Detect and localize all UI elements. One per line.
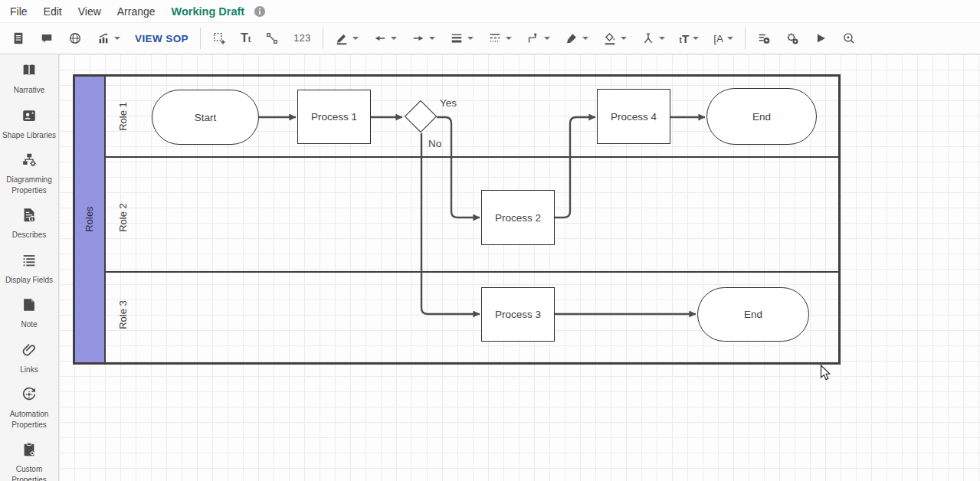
document-info-icon — [21, 207, 38, 227]
comment-icon[interactable] — [40, 31, 54, 45]
sidebar-item-label: Automation Properties — [2, 409, 57, 430]
sidebar-item-note[interactable]: Note — [2, 296, 57, 330]
node-process-4[interactable]: Process 4 — [597, 89, 670, 144]
sidebar-item-label: Note — [21, 319, 37, 330]
toolbar-group-run — [746, 23, 867, 54]
caret-down-icon — [467, 37, 474, 40]
font-family-icon[interactable]: [A — [713, 33, 733, 44]
caret-down-icon — [621, 37, 627, 40]
caret-down-icon — [114, 37, 120, 40]
lane-label-role-1[interactable]: Role 1 — [117, 102, 129, 131]
node-end-role1[interactable]: End — [706, 88, 817, 145]
sidebar-item-links[interactable]: Links — [2, 342, 57, 375]
sidebar-item-label: Narrative — [14, 85, 45, 96]
caret-down-icon — [506, 37, 512, 40]
sidebar-item-label: Diagramming Properties — [2, 175, 57, 195]
brush-icon[interactable] — [565, 31, 588, 45]
lane-divider[interactable] — [106, 271, 838, 273]
line-weight-icon[interactable] — [450, 31, 474, 45]
text-icon[interactable]: Tt — [241, 31, 251, 45]
mouse-cursor — [820, 365, 832, 384]
shape-card-icon — [21, 107, 38, 127]
lane-divider[interactable] — [106, 156, 838, 158]
toolbar-group-style: tT [A — [323, 23, 745, 54]
menu-view[interactable]: View — [78, 5, 101, 18]
node-process-3[interactable]: Process 3 — [481, 287, 555, 342]
caret-down-icon — [693, 37, 699, 40]
clipboard-gear-icon — [21, 441, 38, 461]
sidebar-item-narrative[interactable]: Narrative — [2, 62, 57, 96]
line-style-icon[interactable] — [488, 31, 512, 45]
sidebar-item-diagramming-properties[interactable]: Diagramming Properties — [2, 152, 57, 195]
sidebar-item-label: Custom Properties — [2, 464, 57, 481]
caret-down-icon — [391, 37, 397, 40]
lane-label-role-3[interactable]: Role 3 — [117, 300, 129, 329]
menu-edit[interactable]: Edit — [44, 5, 62, 18]
connector-icon[interactable] — [265, 31, 279, 45]
toolbar-group-document: VIEW SOP — [0, 23, 200, 54]
sidebar-item-describes[interactable]: Describes — [2, 207, 57, 240]
fill-color-icon[interactable] — [603, 31, 627, 45]
insights-chart-icon[interactable] — [97, 31, 120, 45]
multi-select-icon[interactable] — [212, 31, 226, 45]
arrow-start-icon[interactable] — [373, 31, 397, 45]
caret-down-icon — [429, 37, 435, 40]
menu-bar: File Edit View Arrange Working Draft — [0, 0, 980, 23]
document-icon[interactable] — [11, 31, 25, 45]
sidebar-item-label: Links — [20, 365, 38, 375]
node-process-2[interactable]: Process 2 — [481, 190, 555, 245]
waypoint-icon[interactable] — [641, 31, 665, 45]
sidebar-item-custom-properties[interactable]: Custom Properties — [2, 441, 57, 481]
sidebar-item-automation-properties[interactable]: Automation Properties — [2, 386, 57, 430]
run-settings-icon[interactable] — [785, 31, 799, 45]
list-icon — [21, 252, 38, 272]
font-size-icon[interactable]: tT — [680, 32, 700, 45]
info-icon[interactable] — [254, 5, 266, 18]
view-sop-button[interactable]: VIEW SOP — [135, 33, 188, 44]
zoom-icon[interactable] — [842, 31, 856, 45]
edge-label-no[interactable]: No — [428, 138, 441, 149]
paperclip-icon — [21, 342, 38, 362]
app-root: File Edit View Arrange Working Draft VIE… — [0, 0, 980, 481]
book-icon — [21, 62, 38, 82]
diagram-canvas[interactable]: Roles Role 1 Role 2 Role 3 Yes No — [59, 54, 980, 481]
run-list-icon[interactable] — [757, 31, 771, 45]
automation-gear-icon — [21, 386, 38, 406]
pool-title[interactable]: Roles — [84, 206, 95, 231]
note-icon — [21, 296, 38, 316]
sidebar-item-display-fields[interactable]: Display Fields — [2, 252, 57, 286]
menu-file[interactable]: File — [10, 5, 28, 18]
globe-icon[interactable] — [68, 31, 82, 45]
lane-label-role-2[interactable]: Role 2 — [117, 203, 129, 232]
caret-down-icon — [727, 37, 733, 40]
node-process-1[interactable]: Process 1 — [297, 90, 371, 144]
caret-down-icon — [352, 37, 359, 40]
left-sidebar: Narrative Shape Libraries Diagramming Pr… — [0, 54, 59, 481]
numbering-tool[interactable]: 123 — [293, 33, 310, 44]
sidebar-item-label: Shape Libraries — [2, 130, 56, 141]
connector-shape-icon[interactable] — [526, 31, 550, 45]
line-color-icon[interactable] — [335, 31, 359, 45]
flowchart-gear-icon — [21, 152, 38, 172]
caret-down-icon — [544, 37, 550, 40]
sidebar-item-label: Display Fields — [5, 275, 53, 286]
play-icon[interactable] — [814, 31, 828, 45]
toolbar-group-insert: Tt 123 — [201, 23, 323, 54]
node-start[interactable]: Start — [152, 90, 259, 145]
caret-down-icon — [582, 37, 588, 40]
node-end-role3[interactable]: End — [697, 287, 809, 342]
caret-down-icon — [659, 37, 665, 40]
working-draft-status[interactable]: Working Draft — [172, 5, 245, 18]
sidebar-item-label: Describes — [12, 230, 46, 240]
menu-arrange[interactable]: Arrange — [117, 5, 156, 18]
toolbar: VIEW SOP Tt 123 — [0, 23, 980, 54]
edge-label-yes[interactable]: Yes — [440, 97, 457, 109]
arrow-end-icon[interactable] — [411, 31, 435, 45]
sidebar-item-shape-libraries[interactable]: Shape Libraries — [2, 107, 57, 141]
